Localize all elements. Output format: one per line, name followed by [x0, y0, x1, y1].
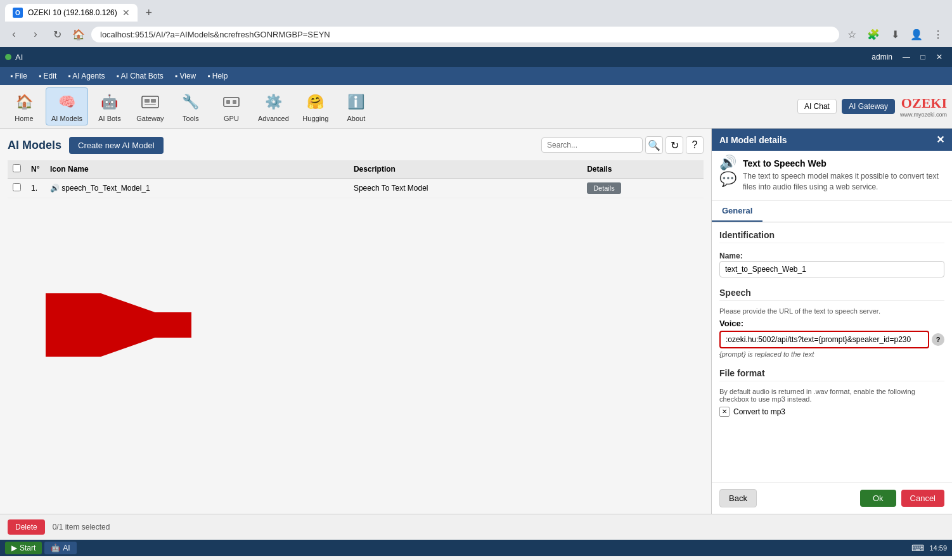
prompt-hint: {prompt} is replaced to the text [719, 350, 944, 358]
rp-model-info: 🔊💬 Text to Speech Web The text to speech… [712, 151, 952, 201]
model-speech-icon: 🔊💬 [719, 155, 737, 188]
details-button[interactable]: Details [587, 182, 621, 194]
identification-section: Identification Name: [719, 230, 944, 277]
browser-nav: ‹ › ↻ 🏠 localhost:9515/AI/?a=AIModels&nc… [0, 22, 952, 47]
ai-bots-label: AI Bots [98, 115, 120, 122]
toolbar-gpu[interactable]: GPU [212, 88, 250, 125]
toolbar-about[interactable]: ℹ️ About [337, 88, 375, 125]
menu-file[interactable]: File [5, 69, 32, 83]
voice-field: Voice: ? {prompt} is replaced to the tex… [719, 319, 944, 358]
tab-close-icon[interactable]: ✕ [122, 8, 130, 18]
gateway-label: Gateway [136, 115, 164, 122]
maximize-button[interactable]: □ [915, 49, 930, 65]
gateway-icon [139, 91, 162, 113]
tools-icon: 🔧 [179, 91, 202, 113]
keyboard-icon: ⌨ [911, 543, 924, 553]
menu-help[interactable]: Help [202, 69, 233, 83]
status-bar: ▶ Start 🤖 AI ⌨ 14:59 [0, 540, 952, 556]
back-button[interactable]: ‹ [5, 25, 23, 43]
ai-chat-button[interactable]: AI Chat [797, 99, 837, 114]
titlebar-controls: — □ ✕ [899, 49, 947, 65]
refresh-icon[interactable]: ↻ [666, 136, 683, 154]
col-details: Details [582, 160, 704, 179]
svg-rect-4 [224, 98, 239, 106]
create-ai-model-button[interactable]: Create new AI Model [69, 137, 164, 154]
table-row: 1. 🔊 speech_To_Text_Model_1 Speech To Te… [8, 179, 704, 198]
menu-ai-chat-bots[interactable]: AI Chat Bots [112, 69, 169, 83]
forward-button[interactable]: › [27, 25, 44, 43]
rp-model-text: Text to Speech Web The text to speech mo… [743, 158, 944, 193]
row-checkbox[interactable] [13, 183, 21, 191]
tools-label: Tools [183, 115, 199, 122]
toolbar-hugging[interactable]: 🤗 Hugging [297, 88, 335, 125]
download-icon[interactable]: ⬇ [886, 25, 904, 43]
hugging-icon: 🤗 [304, 91, 327, 113]
rp-title: AI Model details [719, 135, 787, 145]
file-format-desc: By default audio is returned in .wav for… [719, 388, 944, 403]
help-icon[interactable]: ? [686, 136, 704, 154]
ai-status-button[interactable]: 🤖 AI [44, 542, 76, 554]
ok-button[interactable]: Ok [860, 490, 896, 507]
ai-gateway-button[interactable]: AI Gateway [842, 99, 895, 114]
close-button[interactable]: ✕ [932, 49, 947, 65]
voice-help-icon[interactable]: ? [932, 333, 944, 346]
about-icon: ℹ️ [345, 91, 368, 113]
url-bar[interactable]: localhost:9515/AI/?a=AIModels&ncrefreshG… [91, 27, 839, 42]
rp-close-button[interactable]: ✕ [936, 134, 944, 146]
toolbar-ai-bots[interactable]: 🤖 AI Bots [91, 88, 129, 125]
toolbar-ai-models[interactable]: 🧠 AI Models [46, 87, 88, 125]
hugging-label: Hugging [302, 115, 328, 122]
browser-tab[interactable]: O OZEKI 10 (192.168.0.126) ✕ [5, 4, 138, 22]
menu-icon[interactable]: ⋮ [929, 25, 947, 43]
tab-bar: O OZEKI 10 (192.168.0.126) ✕ + [0, 0, 952, 22]
toolbar-advanced[interactable]: ⚙️ Advanced [253, 88, 294, 125]
main-content: AI Models Create new AI Model 🔍 ↻ ? N° [0, 129, 952, 514]
gpu-label: GPU [224, 115, 239, 122]
menu-edit[interactable]: Edit [34, 69, 61, 83]
arrow-indicator [46, 293, 704, 359]
toolbar-gateway[interactable]: Gateway [131, 88, 169, 125]
gpu-icon [220, 91, 243, 113]
file-format-section: File format By default audio is returned… [719, 368, 944, 417]
name-input[interactable] [719, 261, 944, 277]
search-icon[interactable]: 🔍 [645, 136, 663, 154]
right-panel: AI Model details ✕ 🔊💬 Text to Speech Web… [711, 129, 952, 514]
ai-models-header: AI Models Create new AI Model 🔍 ↻ ? [8, 136, 704, 154]
extensions-icon[interactable]: 🧩 [865, 25, 882, 43]
menu-ai-agents[interactable]: AI Agents [63, 69, 110, 83]
toolbar-right: AI Chat AI Gateway OZEKI www.myozeki.com [797, 95, 947, 118]
convert-mp3-label: Convert to mp3 [733, 407, 785, 416]
cancel-button[interactable]: Cancel [901, 490, 944, 507]
start-button[interactable]: ▶ Start [5, 542, 42, 554]
back-button[interactable]: Back [719, 489, 757, 507]
bookmark-icon[interactable]: ☆ [843, 25, 861, 43]
ozeki-logo: OZEKI [901, 95, 947, 111]
minimize-button[interactable]: — [899, 49, 914, 65]
row-icon: 🔊 [50, 184, 61, 193]
start-icon: ▶ [11, 544, 17, 552]
convert-mp3-checkbox[interactable]: ✕ [719, 407, 730, 417]
profile-icon[interactable]: 👤 [908, 25, 925, 43]
delete-button[interactable]: Delete [8, 519, 45, 535]
left-panel: AI Models Create new AI Model 🔍 ↻ ? N° [0, 129, 711, 514]
row-description: Speech To Text Model [349, 179, 582, 198]
new-tab-button[interactable]: + [140, 4, 158, 22]
status-dot [5, 54, 11, 60]
selection-status: 0/1 item selected [53, 523, 110, 531]
bottom-bar: Delete 0/1 item selected [0, 514, 952, 540]
models-table: N° Icon Name Description Details 1. 🔊 [8, 160, 704, 198]
ozeki-url: www.myozeki.com [900, 111, 947, 118]
toolbar-tools[interactable]: 🔧 Tools [172, 88, 210, 125]
row-num: 1. [26, 179, 45, 198]
search-input[interactable] [541, 137, 643, 153]
select-all-checkbox[interactable] [13, 164, 21, 172]
tab-general[interactable]: General [712, 201, 762, 222]
convert-mp3-row: ✕ Convert to mp3 [719, 407, 944, 417]
menu-view[interactable]: View [170, 69, 201, 83]
browser-chrome: O OZEKI 10 (192.168.0.126) ✕ + ‹ › ↻ 🏠 l… [0, 0, 952, 47]
toolbar-home[interactable]: 🏠 Home [5, 88, 43, 125]
advanced-label: Advanced [258, 115, 289, 122]
refresh-button[interactable]: ↻ [48, 25, 66, 43]
home-nav-button[interactable]: 🏠 [70, 25, 87, 43]
voice-input[interactable] [719, 331, 929, 348]
